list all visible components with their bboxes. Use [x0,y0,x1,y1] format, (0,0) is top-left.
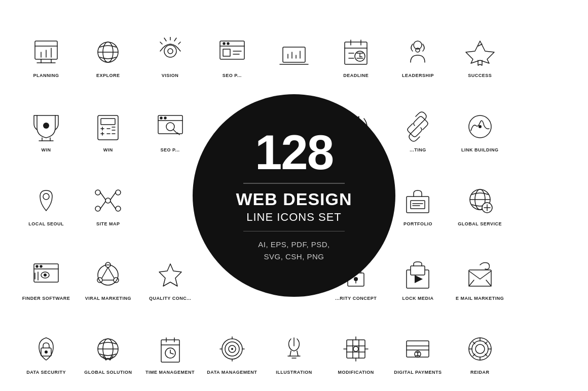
icon-explore: EXPLORE [77,10,139,84]
lock-media-label: LOCK MEDIA [402,296,433,301]
security-concept-label: ...RITY CONCEPT [335,296,377,301]
icon-p4 [511,232,573,306]
svg-rect-111 [469,270,491,286]
icon-finder-software: FINDER SOFTWARE [15,232,77,306]
quality-concept-label: QUALITY CONC... [149,296,191,301]
svg-point-63 [164,117,166,119]
svg-point-71 [105,198,111,203]
svg-point-21 [227,43,229,45]
icon-lock-media: LOCK MEDIA [387,232,449,306]
svg-line-102 [102,267,108,278]
planning-label: PLANNING [33,73,59,78]
site-map-label: SITE MAP [96,221,120,226]
svg-point-92 [36,265,38,267]
reidar-label: REIDAR [470,370,490,375]
icon-p2 [511,84,573,158]
main-container: PLANNING EXPLORE VISION SEO P... [0,0,588,391]
icon-portfolio: PORTFOLIO [387,159,449,232]
svg-point-69 [479,125,482,128]
portfolio-label: PORTFOLIO [403,221,432,226]
icon-seo1: SEO P... [201,10,263,84]
svg-point-129 [231,348,233,350]
svg-rect-80 [407,197,429,213]
viral-marketing-label: VIRAL MARKETING [85,296,131,301]
finder-software-label: FINDER SOFTWARE [22,296,70,301]
svg-point-143 [353,346,358,351]
icon-reidar: REIDAR [449,307,511,381]
icon-global-solution: GLOBAL SOLUTION [77,307,139,381]
seo2-label: SEO P... [161,147,180,152]
time-management-label: TIME MANAGEMENT [145,370,195,375]
icon-data-management: DATA MANAGEMENT [201,307,263,381]
svg-line-134 [290,351,291,356]
icon-seo2: SEO P... [139,84,201,158]
icon-leadership: LEADERSHIP [387,10,449,84]
svg-line-79 [111,202,116,209]
icon-global-service: GLOBAL SERVICE [449,159,511,232]
overlay-title: WEB DESIGN [236,190,352,209]
data-management-label: DATA MANAGEMENT [207,370,257,375]
svg-rect-50 [101,119,115,125]
svg-line-135 [297,351,298,356]
svg-point-12 [168,49,173,54]
explore-label: EXPLORE [96,73,120,78]
vision-label: VISION [162,73,179,78]
icon-quality-concept: QUALITY CONC... [139,232,201,306]
icon-viral-marketing: VIRAL MARKETING [77,232,139,306]
svg-rect-138 [347,340,365,358]
svg-point-48 [43,123,49,129]
svg-point-72 [95,190,100,195]
icon-digital-payments: DIGITAL PAYMENTS [387,307,449,381]
modification-label: MODIFICATION [338,370,374,375]
svg-line-16 [160,42,162,44]
svg-point-20 [223,43,225,45]
svg-rect-81 [411,201,425,209]
icon-modification: MODIFICATION [325,307,387,381]
icon-link-building: ...TING [387,84,449,158]
calculator-label: WIN [103,147,113,152]
icon-deadline: DEADLINE [325,10,387,84]
leadership-label: LEADERSHIP [402,73,434,78]
svg-line-15 [174,38,176,41]
deadline-label: DEADLINE [343,73,369,78]
win-label: WIN [42,147,51,152]
svg-rect-25 [283,47,305,62]
svg-point-74 [95,206,100,211]
icon-win: WIN [15,84,77,158]
svg-point-95 [44,273,47,277]
svg-line-76 [100,192,105,200]
local-seoul-label: LOCAL SEOUL [28,221,64,226]
svg-rect-110 [411,266,425,275]
svg-point-75 [116,206,121,211]
svg-point-70 [43,193,49,200]
icon-email-marketing: E MAIL MARKETING [449,232,511,306]
svg-point-93 [40,265,42,267]
icon-p5 [511,307,573,381]
svg-line-67 [414,123,422,131]
overlay-subtitle: LINE ICONS SET [246,211,342,224]
email-marketing-label: E MAIL MARKETING [456,296,504,301]
svg-line-65 [173,130,177,134]
link-building-label: ...TING [410,147,426,152]
svg-marker-109 [415,275,423,283]
global-solution-label: GLOBAL SOLUTION [84,370,132,375]
svg-line-17 [178,42,180,44]
dashboard-label: LINK BUILDING [461,147,499,152]
icon-time-management: TIME MANAGEMENT [139,307,201,381]
overlay-number: 128 [255,128,333,177]
data-security-label: DATA SECURITY [26,370,66,375]
icon-local-seoul: LOCAL SEOUL [15,159,77,232]
svg-point-73 [116,190,121,195]
illustration-label: ILLUSTRATION [276,370,312,375]
svg-point-106 [354,277,358,281]
icon-calculator: WIN [77,84,139,158]
svg-point-43 [416,48,420,52]
overlay-formats: AI, EPS, PDF, PSD,SVG, CSH, PNG [258,239,330,263]
icon-laptop [263,10,325,84]
svg-rect-22 [223,49,230,56]
icon-success: SUCCESS [449,10,511,84]
svg-line-78 [100,202,105,209]
overlay-divider-top [243,183,345,184]
icon-c3 [139,159,201,232]
seo1-label: SEO P... [223,73,242,78]
